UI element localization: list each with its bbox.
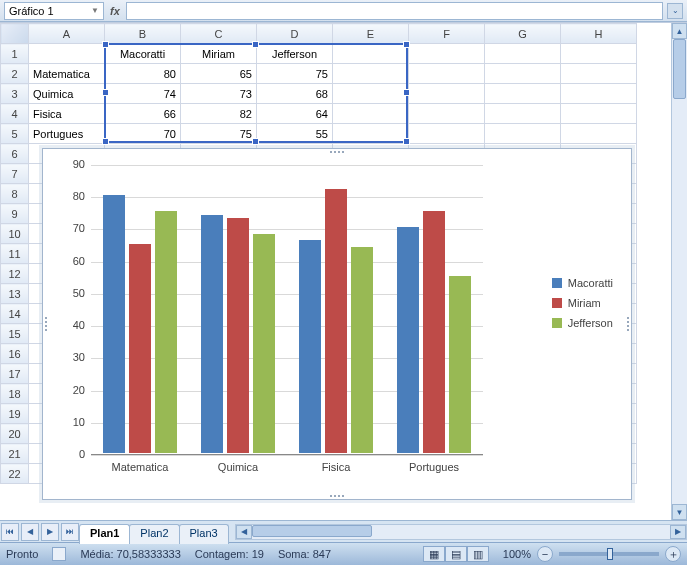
sheet-tab-plan1[interactable]: Plan1 (79, 524, 130, 544)
cell[interactable]: 82 (181, 104, 257, 124)
cell[interactable] (561, 124, 637, 144)
cell[interactable]: 75 (257, 64, 333, 84)
col-header[interactable]: D (257, 24, 333, 44)
row-header[interactable]: 8 (1, 184, 29, 204)
worksheet-grid[interactable]: A B C D E F G H 1MacorattiMiriamJefferso… (0, 22, 687, 520)
cell[interactable] (29, 44, 105, 64)
cell[interactable] (485, 64, 561, 84)
row-header[interactable]: 19 (1, 404, 29, 424)
row-header[interactable]: 2 (1, 64, 29, 84)
zoom-out-icon[interactable]: − (537, 546, 553, 562)
tab-nav-prev-icon[interactable]: ◀ (21, 523, 39, 541)
scroll-left-icon[interactable]: ◀ (236, 525, 252, 539)
cell[interactable]: Miriam (181, 44, 257, 64)
sheet-tab-plan2[interactable]: Plan2 (129, 524, 179, 544)
col-header[interactable]: B (105, 24, 181, 44)
cell[interactable] (561, 84, 637, 104)
row-header[interactable]: 1 (1, 44, 29, 64)
cell[interactable]: 70 (105, 124, 181, 144)
col-header[interactable]: E (333, 24, 409, 44)
view-page-layout-icon[interactable]: ▤ (445, 546, 467, 562)
cell[interactable] (485, 44, 561, 64)
row-header[interactable]: 3 (1, 84, 29, 104)
scroll-right-icon[interactable]: ▶ (670, 525, 686, 539)
cell[interactable] (561, 104, 637, 124)
zoom-slider[interactable] (559, 552, 659, 556)
row-header[interactable]: 15 (1, 324, 29, 344)
cell[interactable]: Matematica (29, 64, 105, 84)
cell[interactable] (409, 84, 485, 104)
cell[interactable] (409, 124, 485, 144)
cell[interactable]: 80 (105, 64, 181, 84)
row-header[interactable]: 16 (1, 344, 29, 364)
cell[interactable] (333, 104, 409, 124)
view-normal-icon[interactable]: ▦ (423, 546, 445, 562)
row-header[interactable]: 14 (1, 304, 29, 324)
select-all-corner[interactable] (1, 24, 29, 44)
tab-nav-next-icon[interactable]: ▶ (41, 523, 59, 541)
scroll-thumb[interactable] (252, 525, 372, 537)
row-header[interactable]: 5 (1, 124, 29, 144)
cell[interactable]: 65 (181, 64, 257, 84)
row-header[interactable]: 9 (1, 204, 29, 224)
col-header[interactable]: H (561, 24, 637, 44)
col-header[interactable]: G (485, 24, 561, 44)
cell[interactable]: 66 (105, 104, 181, 124)
col-header[interactable]: C (181, 24, 257, 44)
cell[interactable] (333, 64, 409, 84)
cell[interactable]: Macoratti (105, 44, 181, 64)
vertical-scrollbar[interactable]: ▲ ▼ (671, 23, 687, 520)
tab-nav-last-icon[interactable]: ⏭ (61, 523, 79, 541)
scroll-thumb[interactable] (673, 39, 686, 99)
scroll-up-icon[interactable]: ▲ (672, 23, 687, 39)
row-header[interactable]: 4 (1, 104, 29, 124)
row-header[interactable]: 10 (1, 224, 29, 244)
cell[interactable] (409, 64, 485, 84)
view-page-break-icon[interactable]: ▥ (467, 546, 489, 562)
row-header[interactable]: 12 (1, 264, 29, 284)
zoom-level[interactable]: 100% (503, 548, 531, 560)
cell[interactable] (485, 104, 561, 124)
cell[interactable] (333, 84, 409, 104)
cell[interactable]: 75 (181, 124, 257, 144)
cell[interactable] (561, 44, 637, 64)
name-box[interactable]: Gráfico 1 ▼ (4, 2, 104, 20)
formula-input[interactable] (126, 2, 663, 20)
sheet-tab-plan3[interactable]: Plan3 (179, 524, 229, 544)
cell[interactable]: 74 (105, 84, 181, 104)
cell[interactable] (333, 44, 409, 64)
cell[interactable] (409, 44, 485, 64)
cell[interactable]: 55 (257, 124, 333, 144)
cell[interactable]: Quimica (29, 84, 105, 104)
cell[interactable] (409, 104, 485, 124)
cell[interactable] (485, 124, 561, 144)
embedded-chart[interactable]: MacorattiMiriamJefferson 010203040506070… (42, 148, 632, 500)
col-header[interactable]: F (409, 24, 485, 44)
cell[interactable]: Jefferson (257, 44, 333, 64)
expand-formula-bar-icon[interactable]: ⌄ (667, 3, 683, 19)
zoom-in-icon[interactable]: ＋ (665, 546, 681, 562)
macro-record-icon[interactable] (52, 547, 66, 561)
row-header[interactable]: 6 (1, 144, 29, 164)
chevron-down-icon[interactable]: ▼ (91, 6, 99, 15)
row-header[interactable]: 13 (1, 284, 29, 304)
row-header[interactable]: 17 (1, 364, 29, 384)
row-header[interactable]: 22 (1, 464, 29, 484)
cell[interactable]: 68 (257, 84, 333, 104)
cell[interactable]: 73 (181, 84, 257, 104)
cell[interactable] (333, 124, 409, 144)
row-header[interactable]: 20 (1, 424, 29, 444)
tab-nav-first-icon[interactable]: ⏮ (1, 523, 19, 541)
row-header[interactable]: 18 (1, 384, 29, 404)
cell[interactable]: 64 (257, 104, 333, 124)
scroll-down-icon[interactable]: ▼ (672, 504, 687, 520)
fx-icon[interactable]: fx (110, 5, 120, 17)
row-header[interactable]: 11 (1, 244, 29, 264)
col-header[interactable]: A (29, 24, 105, 44)
horizontal-scrollbar[interactable]: ◀ ▶ (235, 524, 687, 540)
cell[interactable]: Portugues (29, 124, 105, 144)
row-header[interactable]: 7 (1, 164, 29, 184)
row-header[interactable]: 21 (1, 444, 29, 464)
cell[interactable] (485, 84, 561, 104)
cell[interactable] (561, 64, 637, 84)
